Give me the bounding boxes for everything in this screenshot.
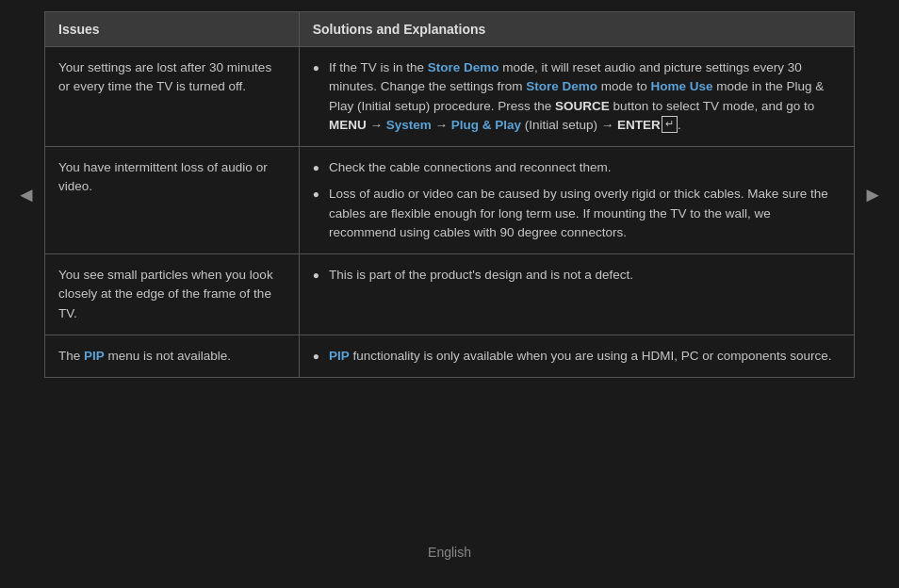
nav-arrow-left[interactable]: ◄ <box>16 183 37 207</box>
list-item: Loss of audio or video can be caused by … <box>313 185 841 242</box>
highlight-bold: ENTER <box>617 118 661 132</box>
solution-cell-3: This is part of the product's design and… <box>299 254 854 335</box>
solution-cell-1: If the TV is in the Store Demo mode, it … <box>299 47 854 147</box>
list-item: If the TV is in the Store Demo mode, it … <box>313 58 841 135</box>
highlight-bold: SOURCE <box>555 99 610 113</box>
table-wrapper: ◄ ► Issues Solutions and Explanations Yo… <box>44 11 855 378</box>
highlight: Plug & Play <box>451 118 521 132</box>
solution-text: PIP functionality is only available when… <box>329 347 832 366</box>
list-item: Check the cable connections and reconnec… <box>313 158 841 177</box>
issue-cell-3: You see small particles when you look cl… <box>45 254 300 335</box>
highlight: Home Use <box>650 79 712 93</box>
highlight: System <box>386 118 432 132</box>
highlight: Store Demo <box>428 60 499 74</box>
solution-text: Check the cable connections and reconnec… <box>329 158 611 177</box>
table-row: You see small particles when you look cl… <box>45 254 855 335</box>
col-header-issues: Issues <box>45 12 300 47</box>
page-container: ◄ ► Issues Solutions and Explanations Yo… <box>0 0 899 588</box>
footer-language: English <box>428 545 471 577</box>
enter-icon: ↵ <box>662 116 678 132</box>
nav-arrow-right[interactable]: ► <box>862 183 883 207</box>
table-row: You have intermittent loss of audio or v… <box>45 147 855 254</box>
solution-cell-4: PIP functionality is only available when… <box>299 335 854 377</box>
solution-cell-2: Check the cable connections and reconnec… <box>299 147 854 254</box>
solution-text: Loss of audio or video can be caused by … <box>329 185 841 242</box>
issue-cell-1: Your settings are lost after 30 minutes … <box>45 47 300 147</box>
list-item: PIP functionality is only available when… <box>313 347 841 366</box>
col-header-solutions: Solutions and Explanations <box>299 12 854 47</box>
table-row: Your settings are lost after 30 minutes … <box>45 47 855 147</box>
solution-text: If the TV is in the Store Demo mode, it … <box>329 58 841 135</box>
issue-cell-2: You have intermittent loss of audio or v… <box>45 147 300 254</box>
table-row: The PIP menu is not available. PIP funct… <box>45 335 855 377</box>
issue-cell-4: The PIP menu is not available. <box>45 335 300 377</box>
highlight-bold: MENU <box>329 118 367 132</box>
highlight: PIP <box>84 349 105 363</box>
list-item: This is part of the product's design and… <box>313 266 841 285</box>
solution-text: This is part of the product's design and… <box>329 266 633 285</box>
highlight: PIP <box>329 349 350 363</box>
highlight: Store Demo <box>526 79 597 93</box>
issues-table: Issues Solutions and Explanations Your s… <box>44 11 855 378</box>
